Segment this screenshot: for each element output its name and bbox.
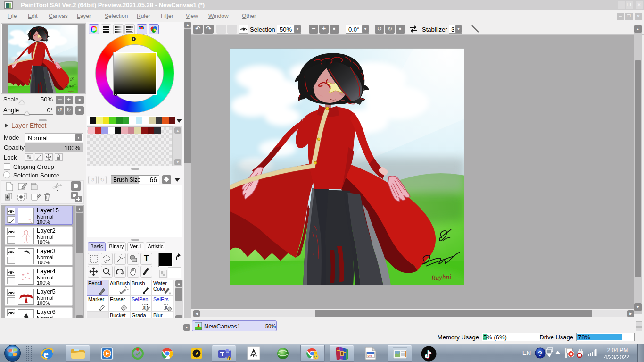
svg-text:?: ? xyxy=(538,349,542,357)
svg-text:9×a: 9×a xyxy=(368,354,373,357)
svg-text:S: S xyxy=(165,305,167,310)
svg-text:S: S xyxy=(143,305,146,310)
